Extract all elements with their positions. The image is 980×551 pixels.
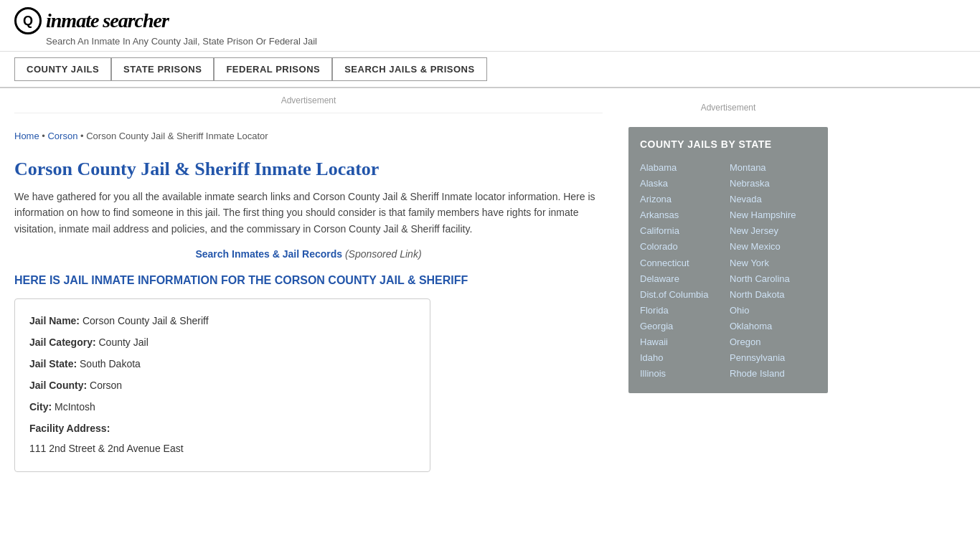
state-link[interactable]: Nebraska — [730, 178, 770, 189]
county-jails-title: COUNTY JAILS BY STATE — [640, 138, 816, 150]
state-link[interactable]: Arkansas — [640, 209, 679, 220]
logo-area: Q inmate searcher — [14, 7, 966, 34]
state-link[interactable]: Connecticut — [640, 258, 689, 268]
state-link[interactable]: Oklahoma — [730, 321, 772, 331]
logo-part1: inmate — [46, 9, 98, 32]
jail-category-value: County Jail — [98, 336, 148, 348]
state-link[interactable]: California — [640, 225, 679, 236]
section-heading: HERE IS JAIL INMATE INFORMATION FOR THE … — [14, 274, 603, 287]
breadcrumb-home[interactable]: Home — [14, 131, 39, 141]
state-link[interactable]: Delaware — [640, 273, 679, 284]
city-row: City: McIntosh — [29, 397, 415, 417]
ad-banner: Advertisement — [14, 88, 603, 113]
jail-state-label: Jail State: — [29, 358, 77, 369]
jail-county-label: Jail County: — [29, 380, 87, 391]
sponsored-link[interactable]: Search Inmates & Jail Records — [195, 248, 342, 260]
city-value: McIntosh — [55, 401, 95, 413]
state-link[interactable]: Nevada — [730, 194, 762, 204]
breadcrumb-parent[interactable]: Corson — [47, 131, 77, 141]
logo-text: inmate searcher — [46, 9, 169, 32]
description: We have gathered for you all the availab… — [14, 189, 603, 237]
nav-federal-prisons[interactable]: FEDERAL PRISONS — [214, 57, 332, 81]
sidebar-ad: Advertisement — [628, 95, 828, 127]
address-value: 111 2nd Street & 2nd Avenue East — [29, 443, 184, 454]
jail-name-value: Corson County Jail & Sheriff — [83, 315, 209, 326]
ad-label: Advertisement — [281, 95, 336, 105]
states-col2: MontanaNebraskaNevadaNew HampshireNew Je… — [730, 160, 816, 382]
state-link[interactable]: New York — [730, 258, 769, 268]
tagline: Search An Inmate In Any County Jail, Sta… — [46, 36, 966, 47]
state-link[interactable]: Illinois — [640, 368, 666, 379]
nav-county-jails[interactable]: COUNTY JAILS — [14, 57, 111, 81]
jail-county-value: Corson — [90, 380, 122, 391]
sponsored-link-area: Search Inmates & Jail Records (Sponsored… — [14, 248, 603, 260]
state-link[interactable]: New Hampshire — [730, 209, 796, 220]
state-link[interactable]: North Carolina — [730, 273, 790, 284]
states-col1: AlabamaAlaskaArizonaArkansasCaliforniaCo… — [640, 160, 727, 382]
nav-search-jails[interactable]: SEARCH JAILS & PRISONS — [332, 57, 486, 81]
logo-part2: searcher — [103, 9, 169, 32]
main-content: Advertisement Home • Corson • Corson Cou… — [0, 88, 617, 486]
content-wrapper: Advertisement Home • Corson • Corson Cou… — [0, 88, 980, 486]
state-link[interactable]: New Jersey — [730, 225, 778, 236]
state-link[interactable]: Arizona — [640, 194, 672, 204]
state-link[interactable]: Alaska — [640, 178, 668, 189]
county-jails-box: COUNTY JAILS BY STATE AlabamaAlaskaArizo… — [628, 127, 828, 393]
breadcrumb: Home • Corson • Corson County Jail & She… — [14, 121, 603, 149]
jail-name-label: Jail Name: — [29, 315, 80, 326]
state-link[interactable]: Georgia — [640, 321, 673, 331]
states-grid: AlabamaAlaskaArizonaArkansasCaliforniaCo… — [640, 160, 816, 382]
info-box: Jail Name: Corson County Jail & Sheriff … — [14, 298, 430, 472]
breadcrumb-current: Corson County Jail & Sheriff Inmate Loca… — [86, 131, 268, 141]
state-link[interactable]: North Dakota — [730, 289, 785, 300]
breadcrumb-sep2: • — [80, 131, 86, 141]
jail-county-row: Jail County: Corson — [29, 375, 415, 395]
sidebar-ad-label: Advertisement — [701, 103, 756, 113]
jail-category-label: Jail Category: — [29, 336, 96, 348]
state-link[interactable]: New Mexico — [730, 241, 781, 252]
state-link[interactable]: Idaho — [640, 352, 664, 363]
state-link[interactable]: Hawaii — [640, 336, 668, 347]
state-link[interactable]: Colorado — [640, 241, 678, 252]
jail-category-row: Jail Category: County Jail — [29, 332, 415, 352]
jail-state-value: South Dakota — [80, 358, 141, 369]
nav-bar: COUNTY JAILS STATE PRISONS FEDERAL PRISO… — [0, 52, 980, 88]
state-link[interactable]: Rhode Island — [730, 368, 785, 379]
page-title: Corson County Jail & Sheriff Inmate Loca… — [14, 159, 603, 180]
header: Q inmate searcher Search An Inmate In An… — [0, 0, 980, 52]
state-link[interactable]: Alabama — [640, 162, 677, 173]
state-link[interactable]: Dist.of Columbia — [640, 289, 708, 300]
sidebar: Advertisement COUNTY JAILS BY STATE Alab… — [617, 88, 839, 486]
logo-icon: Q — [14, 7, 42, 34]
state-link[interactable]: Montana — [730, 162, 766, 173]
city-label: City: — [29, 401, 52, 413]
sponsored-note: (Sponsored Link) — [345, 248, 422, 260]
address-label: Facility Address: — [29, 423, 110, 434]
state-link[interactable]: Ohio — [730, 305, 749, 316]
state-link[interactable]: Pennsylvania — [730, 352, 785, 363]
address-row: Facility Address: 111 2nd Street & 2nd A… — [29, 418, 415, 458]
nav-state-prisons[interactable]: STATE PRISONS — [111, 57, 214, 81]
state-link[interactable]: Florida — [640, 305, 669, 316]
jail-name-row: Jail Name: Corson County Jail & Sheriff — [29, 311, 415, 331]
state-link[interactable]: Oregon — [730, 336, 760, 347]
jail-state-row: Jail State: South Dakota — [29, 354, 415, 374]
